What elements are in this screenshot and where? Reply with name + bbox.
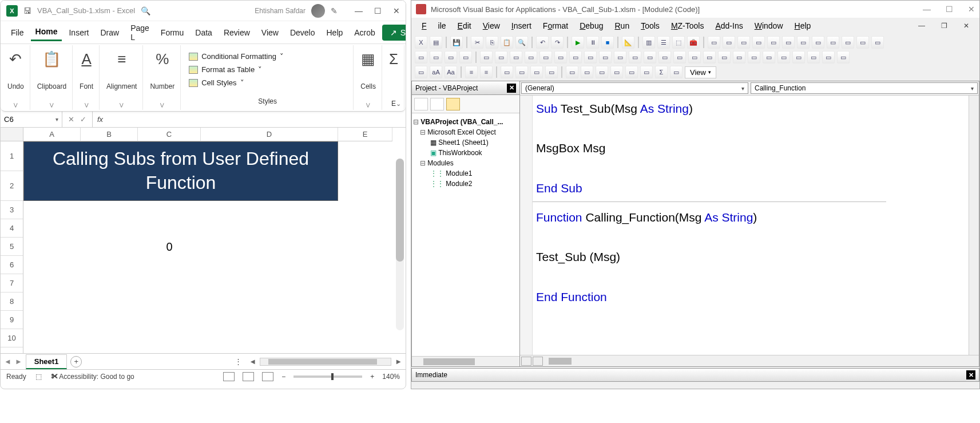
view-dropdown[interactable]: View [685,66,716,78]
tb-icon[interactable]: ▭ [777,51,790,64]
tb-icon[interactable]: aA [430,66,442,78]
search-icon[interactable]: 🔍 [141,6,150,15]
tb-icon[interactable]: ▭ [581,66,593,78]
formula-input[interactable] [108,112,406,127]
tb-icon[interactable]: ▭ [629,51,641,64]
menu-mztools[interactable]: MZ-Tools [665,19,710,33]
project-tree[interactable]: VBAProject (VBA_Call_... Microsoft Excel… [412,113,519,356]
menu-help[interactable]: Help [789,19,817,33]
tab-data[interactable]: Data [191,25,217,41]
project-explorer-close-icon[interactable]: ✕ [507,84,516,93]
toggle-folders-icon[interactable] [446,98,460,110]
tb-icon[interactable]: ▭ [871,36,884,49]
hscroll-right-icon[interactable]: ► [395,357,402,366]
scrollbar-thumb[interactable] [396,159,404,262]
tb-icon[interactable]: ▭ [539,51,552,64]
cell-banner-a1d2[interactable]: Calling Subs from User Defined Function [23,141,338,201]
tab-help[interactable]: Help [322,25,347,41]
row-header-9[interactable]: 9 [1,311,23,329]
zoom-out-icon[interactable]: − [281,373,285,381]
col-header-c[interactable]: C [138,128,201,141]
tb-icon[interactable]: ▭ [545,66,558,78]
tab-draw[interactable]: Draw [96,25,124,41]
tb-icon[interactable]: ▭ [480,51,493,64]
col-header-a[interactable]: A [23,128,81,141]
tb-icon[interactable]: ▭ [827,36,839,49]
tb-icon[interactable]: ▭ [430,51,442,64]
object-browser-icon[interactable]: ⬚ [672,36,685,49]
tb-icon[interactable]: ▭ [782,36,795,49]
full-module-view-icon[interactable] [533,357,543,366]
select-all-corner[interactable] [1,128,23,141]
tab-page-layout[interactable]: Page L [126,20,154,45]
menu-insert[interactable]: Insert [506,19,537,33]
menu-format[interactable]: Format [537,19,574,33]
view-object-icon[interactable] [430,98,444,110]
tb-icon[interactable]: ▭ [673,51,686,64]
menu-edit[interactable]: Edit [452,19,477,33]
row-header-3[interactable]: 3 [1,201,23,219]
horizontal-scrollbar[interactable] [260,358,391,366]
row-header-6[interactable]: 6 [1,256,23,274]
view-normal-icon[interactable] [223,372,235,381]
immediate-close-icon[interactable]: ✕ [966,370,975,379]
ribbon-group-number[interactable]: %Number⋁ [144,45,181,110]
maximize-icon[interactable]: ☐ [374,6,382,15]
view-page-layout-icon[interactable] [243,372,254,381]
tb-icon[interactable]: ≡ [480,66,493,78]
vba-minimize-icon[interactable]: — [923,5,931,14]
cell-c5[interactable]: 0 [138,238,201,256]
procedure-dropdown[interactable]: Calling_Function [751,82,978,94]
tb-icon[interactable]: ▭ [445,51,457,64]
tab-formulas[interactable]: Formu [156,25,188,41]
tb-icon[interactable]: ▭ [459,51,472,64]
tb-icon[interactable]: ▭ [733,51,745,64]
sheet-nav-next-icon[interactable]: ► [15,357,22,366]
row-header-1[interactable]: 1 [1,141,23,171]
tree-thisworkbook[interactable]: ThisWorkbook [413,148,518,158]
menu-debug[interactable]: Debug [574,19,609,33]
close-icon[interactable]: ✕ [393,6,400,15]
design-mode-icon[interactable]: 📐 [622,36,634,49]
tb-icon[interactable]: Σ [655,66,668,78]
hscroll-thumb[interactable] [268,359,377,365]
tb-icon[interactable]: ▭ [566,66,578,78]
tree-module2[interactable]: Module2 [413,179,518,189]
hscroll-left-icon[interactable]: ◄ [249,357,256,366]
run-icon[interactable]: ▶ [572,36,584,49]
ribbon-group-cells[interactable]: ▦Cells⋁ [355,45,382,110]
tree-vbaproject[interactable]: VBAProject (VBA_Call_... [413,117,518,127]
tb-icon[interactable]: ▭ [510,51,522,64]
draw-mode-icon[interactable]: ✎ [331,6,338,15]
tb-icon[interactable]: ▭ [569,51,582,64]
name-box[interactable]: C6 [1,112,62,127]
add-sheet-button[interactable]: + [70,356,82,367]
tb-icon[interactable]: ▭ [640,66,653,78]
reset-icon[interactable]: ■ [601,36,614,49]
tree-excel-objects[interactable]: Microsoft Excel Object [413,127,518,137]
tb-icon[interactable]: ▭ [763,51,775,64]
view-page-break-icon[interactable] [262,372,273,381]
autosave-icon[interactable]: 🖫 [23,6,31,15]
tb-icon[interactable]: ▭ [658,51,671,64]
mdi-restore-icon[interactable]: ❐ [935,19,953,32]
vba-close-icon[interactable]: ✕ [968,5,975,14]
row-header-7[interactable]: 7 [1,274,23,292]
tb-icon[interactable]: ▭ [599,51,612,64]
tb-icon[interactable]: ▭ [748,51,760,64]
view-excel-icon[interactable]: X [415,36,427,49]
project-hscroll-thumb[interactable] [423,358,475,365]
menu-tools[interactable]: Tools [635,19,665,33]
tb-icon[interactable]: ▭ [822,51,835,64]
share-button[interactable]: Share ˅ [382,25,406,41]
tb-icon[interactable]: ▭ [614,51,626,64]
code-hscroll-thumb[interactable] [549,358,572,365]
tab-developer[interactable]: Develo [285,25,320,41]
tab-home[interactable]: Home [31,23,62,41]
row-header-5[interactable]: 5 [1,238,23,256]
ribbon-group-clipboard[interactable]: 📋Clipboard⋁ [31,45,73,110]
procedure-view-icon[interactable] [521,357,531,366]
tb-icon[interactable]: ▭ [644,51,656,64]
tab-file[interactable]: File [6,25,29,41]
zoom-in-icon[interactable]: + [370,373,374,381]
